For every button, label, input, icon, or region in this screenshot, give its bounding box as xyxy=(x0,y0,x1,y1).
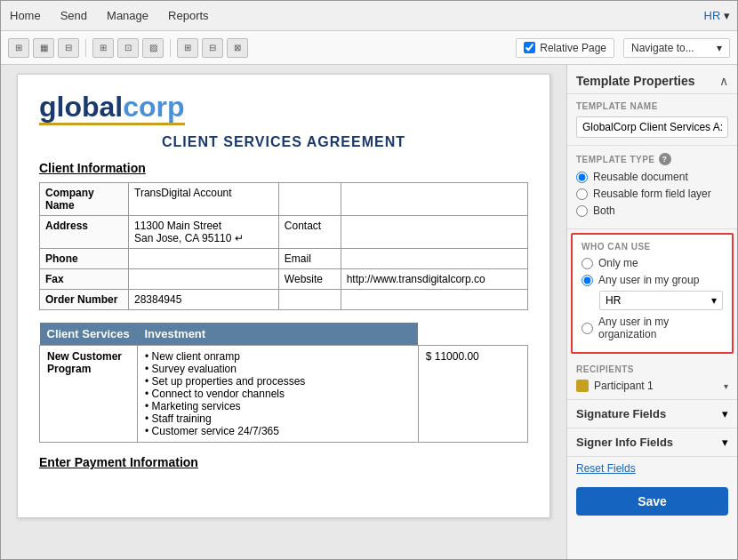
label-company: Company Name xyxy=(40,183,129,216)
menu-reports[interactable]: Reports xyxy=(166,5,211,26)
doc-scroll-area: globalcorp CLIENT SERVICES AGREEMENT Cli… xyxy=(1,65,566,559)
investment-col-header: Investment xyxy=(138,323,419,346)
logo-global: global xyxy=(39,91,123,123)
menu-bar: Home Send Manage Reports HR ▾ xyxy=(1,1,737,31)
participant-chevron: ▾ xyxy=(724,381,728,391)
table-row: Order Number 28384945 xyxy=(40,290,528,310)
toolbar-separator-2 xyxy=(170,39,171,57)
template-type-both-option[interactable]: Both xyxy=(576,204,728,217)
template-type-reusable-doc-option[interactable]: Reusable document xyxy=(576,171,728,183)
value-extra2 xyxy=(341,290,527,310)
list-item: New client onramp xyxy=(145,350,411,363)
template-type-both-radio[interactable] xyxy=(576,205,588,217)
table-row: Company Name TransDigital Account xyxy=(40,183,528,216)
relative-page-checkbox[interactable] xyxy=(524,42,535,53)
label-phone: Phone xyxy=(40,249,129,269)
services-table: Client Services Investment New CustomerP… xyxy=(39,323,528,443)
menu-send[interactable]: Send xyxy=(59,5,89,26)
toolbar-icon-9[interactable]: ⊠ xyxy=(227,38,248,58)
signer-info-fields-chevron: ▾ xyxy=(722,436,728,449)
value-contact xyxy=(341,216,527,249)
template-type-reusable-form-option[interactable]: Reusable form field layer xyxy=(576,188,728,200)
who-can-use-section: WHO CAN USE Only me Any user in my group… xyxy=(571,233,734,354)
template-type-reusable-form-radio[interactable] xyxy=(576,188,588,200)
toolbar-icon-3[interactable]: ⊟ xyxy=(58,38,79,58)
signer-info-fields-section[interactable]: Signer Info Fields ▾ xyxy=(567,428,737,457)
recipients-label: RECIPIENTS xyxy=(576,364,728,374)
label-contact: Contact xyxy=(278,216,341,249)
navigate-dropdown-arrow: ▾ xyxy=(717,42,722,54)
who-can-use-only-me-option[interactable]: Only me xyxy=(582,257,723,269)
list-item: Customer service 24/7/365 xyxy=(145,425,411,437)
template-type-reusable-doc-radio[interactable] xyxy=(576,172,588,183)
doc-page: globalcorp CLIENT SERVICES AGREEMENT Cli… xyxy=(17,74,550,518)
service-bullets: New client onramp Survey evaluation Set … xyxy=(138,346,419,443)
signature-fields-section[interactable]: Signature Fields ▾ xyxy=(567,400,737,428)
value-company: TransDigital Account xyxy=(129,183,279,216)
value-extra1 xyxy=(341,183,527,216)
toolbar-icon-8[interactable]: ⊟ xyxy=(202,38,223,58)
panel-header: Template Properties ∧ xyxy=(567,65,737,94)
save-button[interactable]: Save xyxy=(576,487,728,516)
label-fax: Fax xyxy=(40,269,129,290)
logo-underline xyxy=(39,123,185,125)
toolbar-separator-1 xyxy=(85,39,86,57)
label-extra1 xyxy=(278,183,341,216)
group-dropdown[interactable]: HR ▾ xyxy=(599,291,723,310)
table-row: Phone Email xyxy=(40,249,528,269)
toolbar-icon-5[interactable]: ⊡ xyxy=(117,38,139,58)
toolbar-icon-4[interactable]: ⊞ xyxy=(92,38,114,58)
value-website: http://www.transdigitalcorp.co xyxy=(341,269,527,290)
main-area: globalcorp CLIENT SERVICES AGREEMENT Cli… xyxy=(1,65,737,559)
value-email xyxy=(341,249,527,269)
participant-icon xyxy=(576,380,589,392)
participant-row[interactable]: Participant 1 ▾ xyxy=(576,380,728,392)
toolbar-icon-2[interactable]: ▦ xyxy=(33,38,54,58)
table-row: New CustomerProgram New client onramp Su… xyxy=(40,346,528,443)
list-item: Survey evaluation xyxy=(145,363,411,375)
recipients-section: RECIPIENTS Participant 1 ▾ xyxy=(567,357,737,400)
table-row: Fax Website http://www.transdigitalcorp.… xyxy=(40,269,528,290)
relative-page-label: Relative Page xyxy=(540,42,606,54)
template-name-input[interactable] xyxy=(576,116,728,138)
template-name-section: TEMPLATE NAME xyxy=(567,94,737,146)
doc-scroll-content[interactable]: globalcorp CLIENT SERVICES AGREEMENT Cli… xyxy=(1,65,566,559)
service-amount: $ 11000.00 xyxy=(418,346,527,443)
relative-page-checkbox-label[interactable]: Relative Page xyxy=(516,38,614,58)
label-order: Order Number xyxy=(40,290,129,310)
value-fax xyxy=(129,269,279,290)
toolbar: ⊞ ▦ ⊟ ⊞ ⊡ ▨ ⊞ ⊟ ⊠ Relative Page Navigate… xyxy=(1,31,737,65)
payment-heading: Enter Payment Information xyxy=(39,455,528,469)
help-icon[interactable]: ? xyxy=(659,153,671,165)
panel-collapse-icon[interactable]: ∧ xyxy=(719,74,728,88)
template-type-label: TEMPLATE TYPE ? xyxy=(576,153,728,165)
toolbar-icon-6[interactable]: ▨ xyxy=(142,38,164,58)
value-order: 28384945 xyxy=(129,290,279,310)
services-col-header: Client Services xyxy=(40,323,138,346)
services-header-row: Client Services Investment xyxy=(40,323,528,346)
signer-info-fields-label: Signer Info Fields xyxy=(576,436,673,449)
user-menu[interactable]: HR ▾ xyxy=(704,9,730,22)
who-can-use-label: WHO CAN USE xyxy=(582,242,723,252)
list-item: Connect to vendor channels xyxy=(145,388,411,400)
group-dropdown-arrow: ▾ xyxy=(711,294,717,307)
who-can-use-any-group-option[interactable]: Any user in my group xyxy=(582,274,723,286)
menu-home[interactable]: Home xyxy=(8,5,43,26)
signature-fields-chevron: ▾ xyxy=(722,407,728,420)
toolbar-icon-7[interactable]: ⊞ xyxy=(177,38,198,58)
panel-title: Template Properties xyxy=(576,74,695,88)
menu-manage[interactable]: Manage xyxy=(105,5,150,26)
services-list: New client onramp Survey evaluation Set … xyxy=(145,350,411,437)
navigate-dropdown[interactable]: Navigate to... ▾ xyxy=(623,38,730,58)
who-can-use-any-group-radio[interactable] xyxy=(582,275,593,286)
right-panel: Template Properties ∧ TEMPLATE NAME TEMP… xyxy=(566,65,737,559)
service-name: New CustomerProgram xyxy=(40,346,138,443)
client-info-heading: Client Information xyxy=(39,161,528,175)
participant-label: Participant 1 xyxy=(594,380,724,392)
who-can-use-any-org-radio[interactable] xyxy=(582,323,593,334)
toolbar-icon-1[interactable]: ⊞ xyxy=(8,38,29,58)
who-can-use-any-org-option[interactable]: Any user in my organization xyxy=(582,316,723,340)
who-can-use-only-me-radio[interactable] xyxy=(582,258,593,269)
logo-corp: corp xyxy=(123,91,184,123)
reset-fields-link[interactable]: Reset Fields xyxy=(567,457,737,480)
